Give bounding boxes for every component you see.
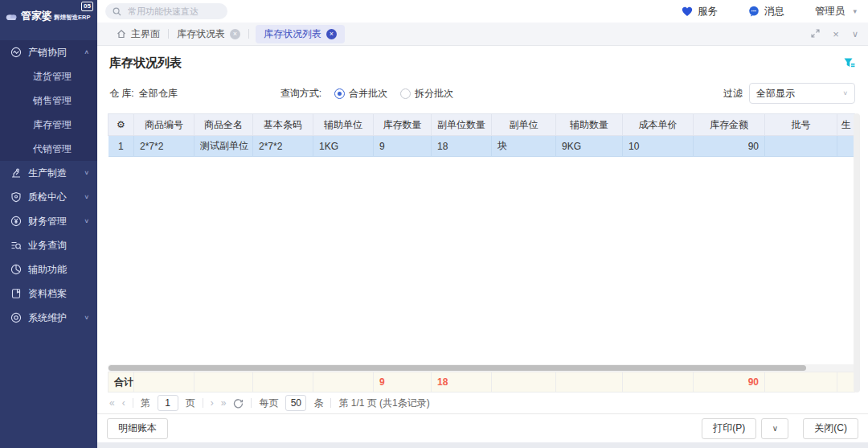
- chevron-down-icon: ∨: [84, 170, 89, 176]
- service-label: 服务: [698, 5, 718, 18]
- vertical-scrollbar[interactable]: [854, 113, 860, 393]
- cell-prod-date: [837, 136, 855, 157]
- totals-empty: [253, 372, 313, 393]
- grid-header-row: ⚙ 商品编号 商品全名 基本条码 辅助单位 库存数量 副单位数量 副单位 辅助数…: [108, 114, 855, 136]
- totals-stock-qty: 9: [374, 372, 432, 393]
- totals-stock-amount: 90: [694, 372, 765, 393]
- submenu-label: 进货管理: [33, 70, 72, 84]
- close-icon[interactable]: ×: [833, 29, 839, 39]
- totals-empty: [134, 372, 194, 393]
- pulse-circle-icon: [10, 47, 22, 59]
- quick-search[interactable]: [105, 3, 227, 19]
- sidebar-item-production-sales[interactable]: 产销协同 ∧: [0, 40, 97, 64]
- sidebar-item-quality-center[interactable]: 质检中心 ∨: [0, 185, 97, 209]
- top-bar: 服务 消息 管理员 ▾: [97, 0, 868, 23]
- page-header: 库存状况列表: [97, 46, 868, 80]
- close-icon[interactable]: ×: [230, 29, 240, 39]
- col-header[interactable]: 副单位数量: [432, 114, 492, 136]
- col-header[interactable]: 辅助单位: [313, 114, 374, 136]
- tab-label: 主界面: [131, 27, 160, 41]
- col-header[interactable]: 商品全名: [194, 114, 253, 136]
- radio-checked-icon[interactable]: [334, 88, 345, 99]
- first-page-icon[interactable]: «: [109, 398, 115, 408]
- sidebar-item-label: 财务管理: [28, 215, 67, 228]
- print-options-caret-button[interactable]: ∨: [761, 418, 788, 439]
- cell-stock-amount: 90: [694, 136, 765, 157]
- horizontal-scrollbar[interactable]: ▸: [108, 364, 858, 372]
- page-number-input[interactable]: 1: [158, 395, 178, 411]
- col-header[interactable]: 成本单价: [623, 114, 694, 136]
- table-row[interactable]: 1 2*7*2 测试副单位 2*7*2 1KG 9 18 块 9KG 10 90: [108, 136, 855, 157]
- radio-split-batch[interactable]: 拆分批次: [400, 87, 453, 101]
- filter-select-value: 全部显示: [756, 87, 795, 101]
- per-page-suffix: 条: [313, 397, 323, 410]
- main-area: 服务 消息 管理员 ▾ 主界面: [97, 0, 868, 448]
- tab-inventory-status-list[interactable]: 库存状况列表 ×: [256, 25, 345, 43]
- maximize-icon[interactable]: [811, 29, 820, 39]
- filter-select[interactable]: 全部显示 ∨: [749, 83, 855, 104]
- collapse-icon[interactable]: ∨: [852, 30, 858, 39]
- pagination-divider: [203, 398, 203, 408]
- sidebar-item-manufacturing[interactable]: 生产制造 ∨: [0, 161, 97, 185]
- col-header[interactable]: 生: [837, 114, 855, 136]
- content-panel: 库存状况列表 仓 库: 全部仓库 查询方式: 合并批次 拆分批次 过滤: [97, 46, 868, 442]
- sidebar-item-inventory-mgmt[interactable]: 库存管理: [0, 113, 97, 137]
- brand-version-badge: 05: [81, 2, 93, 11]
- print-button[interactable]: 打印(P): [702, 418, 756, 439]
- radio-unchecked-icon[interactable]: [400, 88, 411, 99]
- sidebar-item-finance[interactable]: 财务管理 ∨: [0, 209, 97, 233]
- scrollbar-thumb[interactable]: [108, 365, 806, 371]
- user-menu[interactable]: 管理员 ▾: [815, 5, 857, 18]
- message-link[interactable]: 消息: [748, 5, 784, 18]
- sidebar-item-auxiliary[interactable]: 辅助功能: [0, 257, 97, 282]
- filter-funnel-icon[interactable]: [843, 57, 855, 69]
- col-header[interactable]: 库存数量: [374, 114, 432, 136]
- grid-table: ⚙ 商品编号 商品全名 基本条码 辅助单位 库存数量 副单位数量 副单位 辅助数…: [108, 113, 855, 157]
- detail-ledger-button[interactable]: 明细账本: [107, 418, 168, 439]
- totals-sub-unit-qty: 18: [432, 372, 492, 393]
- sidebar-item-data-archive[interactable]: 资料档案: [0, 282, 97, 306]
- col-header[interactable]: 基本条码: [253, 114, 313, 136]
- pagination-divider: [133, 398, 133, 408]
- sidebar-item-purchase-mgmt[interactable]: 进货管理: [0, 64, 97, 88]
- cell-aux-qty: 9KG: [556, 136, 623, 157]
- col-header[interactable]: 批号: [765, 114, 837, 136]
- warehouse-value[interactable]: 全部仓库: [139, 87, 178, 101]
- sidebar-item-label: 系统维护: [28, 311, 67, 325]
- prev-page-icon[interactable]: ‹: [122, 398, 125, 408]
- search-input[interactable]: [126, 6, 215, 17]
- search-icon: [113, 7, 121, 16]
- totals-empty: [194, 372, 253, 393]
- pagination-summary: 第 1/1 页 (共1条记录): [338, 397, 429, 410]
- service-link[interactable]: 服务: [682, 5, 718, 18]
- next-page-icon[interactable]: ›: [211, 398, 214, 408]
- sidebar-item-label: 资料档案: [28, 287, 67, 301]
- totals-empty: [837, 372, 855, 393]
- archive-icon: [10, 288, 22, 300]
- filter-right: 过滤 全部显示 ∨: [723, 83, 855, 104]
- target-circle-icon: [10, 312, 22, 324]
- robot-arm-icon: [10, 167, 22, 179]
- column-settings-gear-icon[interactable]: ⚙: [108, 114, 134, 136]
- sidebar-item-consignment-mgmt[interactable]: 代销管理: [0, 137, 97, 161]
- sidebar-item-label: 质检中心: [28, 191, 67, 204]
- home-icon: [117, 29, 126, 39]
- sidebar-item-system-maintenance[interactable]: 系统维护 ∨: [0, 306, 97, 330]
- tab-home[interactable]: 主界面: [108, 23, 168, 46]
- col-header[interactable]: 辅助数量: [556, 114, 623, 136]
- tab-inventory-status[interactable]: 库存状况表 ×: [169, 23, 248, 46]
- col-header[interactable]: 商品编号: [134, 114, 194, 136]
- sidebar-item-label: 生产制造: [28, 166, 67, 180]
- message-label: 消息: [764, 5, 784, 18]
- col-header[interactable]: 库存金额: [694, 114, 765, 136]
- sidebar-item-business-query[interactable]: 业务查询: [0, 233, 97, 257]
- per-page-input[interactable]: 50: [285, 395, 306, 411]
- col-header[interactable]: 副单位: [492, 114, 556, 136]
- refresh-icon[interactable]: [233, 398, 244, 409]
- close-button[interactable]: 关闭(C): [803, 418, 858, 439]
- sidebar-item-sales-mgmt[interactable]: 销售管理: [0, 88, 97, 113]
- radio-merge-batch[interactable]: 合并批次: [334, 87, 387, 101]
- cell-product-name: 测试副单位: [194, 136, 253, 157]
- close-icon[interactable]: ×: [326, 29, 337, 39]
- last-page-icon[interactable]: »: [221, 398, 227, 408]
